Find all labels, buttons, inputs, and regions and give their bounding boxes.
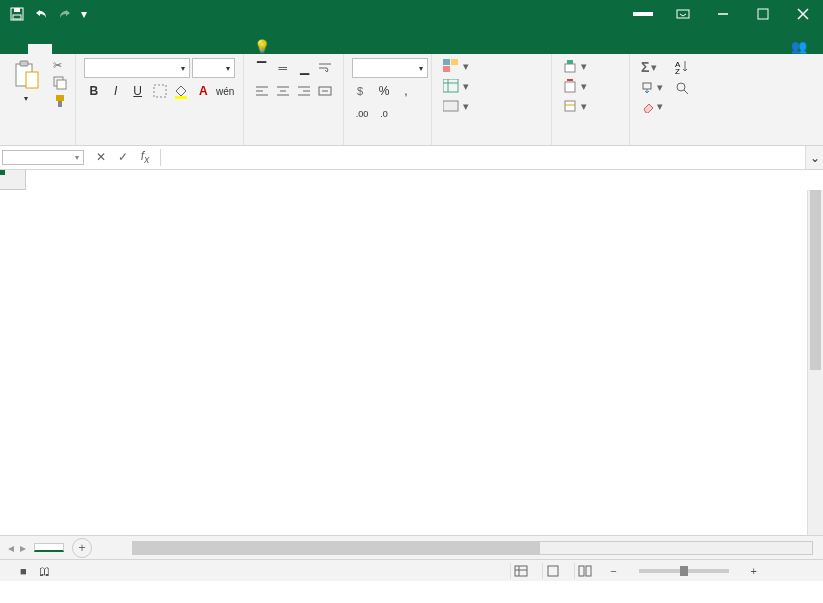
prev-sheet-button[interactable]: ◂ [8, 541, 14, 555]
autosum-button[interactable]: Σ ▾ [638, 58, 666, 76]
format-painter-button[interactable] [50, 93, 70, 109]
ribbon-tabs: 💡 👥 [0, 28, 823, 54]
undo-button[interactable] [30, 3, 52, 25]
percent-button[interactable]: % [374, 81, 394, 101]
svg-rect-14 [175, 96, 187, 99]
align-right-button[interactable] [295, 81, 314, 101]
tab-formulas[interactable] [100, 44, 124, 54]
tab-file[interactable] [4, 44, 28, 54]
sheet-tab[interactable] [34, 543, 64, 552]
svg-rect-12 [58, 101, 62, 107]
font-color-button[interactable]: A [193, 81, 213, 101]
delete-cells-button[interactable]: ▾ [560, 78, 621, 94]
sort-icon: AZ [675, 59, 691, 75]
ribbon-options-button[interactable] [663, 0, 703, 28]
fill-color-button[interactable] [171, 81, 191, 101]
svg-rect-2 [13, 15, 21, 19]
minimize-button[interactable] [703, 0, 743, 28]
font-name-combo[interactable]: ▾ [84, 58, 190, 78]
italic-button[interactable]: I [106, 81, 126, 101]
add-sheet-button[interactable]: + [72, 538, 92, 558]
page-break-view-button[interactable] [574, 563, 594, 579]
tab-view[interactable] [172, 44, 196, 54]
next-sheet-button[interactable]: ▸ [20, 541, 26, 555]
border-button[interactable] [150, 81, 170, 101]
share-button[interactable]: 👥 [779, 39, 823, 54]
svg-rect-28 [643, 83, 651, 89]
svg-text:Z: Z [675, 67, 680, 75]
insert-cells-button[interactable]: ▾ [560, 58, 621, 74]
group-editing [638, 141, 698, 143]
align-middle-button[interactable]: ═ [273, 58, 292, 78]
paste-button[interactable]: ▾ [8, 58, 44, 105]
find-button[interactable] [672, 80, 694, 98]
zoom-slider[interactable] [639, 569, 729, 573]
align-top-button[interactable]: ▔ [252, 58, 271, 78]
close-button[interactable] [783, 0, 823, 28]
svg-rect-32 [515, 566, 527, 576]
horizontal-scrollbar[interactable] [132, 541, 813, 555]
eraser-icon [641, 101, 655, 113]
accept-formula-button[interactable]: ✓ [112, 149, 134, 165]
qat-dropdown[interactable]: ▾ [78, 3, 90, 25]
fx-button[interactable]: fx [134, 149, 156, 165]
tab-help[interactable] [220, 44, 244, 54]
formula-input[interactable] [161, 156, 805, 160]
increase-decimal-button[interactable]: .00 [352, 104, 372, 124]
svg-point-31 [677, 83, 685, 91]
underline-button[interactable]: U [128, 81, 148, 101]
svg-rect-8 [26, 72, 38, 88]
cell-styles-button[interactable]: ▾ [440, 98, 543, 114]
zoom-in-button[interactable]: + [747, 565, 761, 577]
wrap-text-button[interactable] [316, 58, 335, 78]
align-center-button[interactable] [273, 81, 292, 101]
select-all-corner[interactable] [0, 170, 26, 190]
ribbon: ▾ ✂ ▾ ▾ B I U A wén [0, 54, 823, 146]
svg-rect-37 [586, 566, 591, 576]
tab-data[interactable] [124, 44, 148, 54]
normal-view-button[interactable] [510, 563, 530, 579]
merge-button[interactable] [316, 81, 335, 101]
sort-filter-button[interactable]: AZ [672, 58, 694, 76]
name-box[interactable]: ▾ [2, 150, 84, 165]
save-button[interactable] [6, 3, 28, 25]
group-align [252, 141, 335, 143]
tab-layout[interactable] [76, 44, 100, 54]
fill-down-icon [641, 82, 655, 94]
vertical-scrollbar[interactable] [807, 190, 823, 535]
cut-button[interactable]: ✂ [50, 58, 70, 73]
conditional-format-button[interactable]: ▾ [440, 58, 543, 74]
bucket-icon [173, 83, 189, 99]
redo-button[interactable] [54, 3, 76, 25]
fill-button[interactable]: ▾ [638, 80, 666, 95]
tab-home[interactable] [28, 44, 52, 54]
cancel-formula-button[interactable]: ✕ [90, 149, 112, 165]
zoom-out-button[interactable]: − [606, 565, 620, 577]
comma-button[interactable]: , [396, 81, 416, 101]
number-format-combo[interactable]: ▾ [352, 58, 428, 78]
font-size-combo[interactable]: ▾ [192, 58, 235, 78]
cond-format-icon [443, 59, 459, 73]
login-button[interactable] [633, 12, 653, 16]
align-bottom-button[interactable]: ▁ [295, 58, 314, 78]
delete-icon [563, 79, 577, 93]
expand-formula-bar[interactable]: ⌄ [805, 146, 823, 169]
svg-rect-17 [443, 59, 450, 65]
bold-button[interactable]: B [84, 81, 104, 101]
page-layout-view-button[interactable] [542, 563, 562, 579]
copy-button[interactable] [50, 75, 70, 91]
spreadsheet-grid[interactable] [0, 170, 823, 535]
tab-insert[interactable] [52, 44, 76, 54]
tab-review[interactable] [148, 44, 172, 54]
decrease-decimal-button[interactable]: .0 [374, 104, 394, 124]
phonetic-button[interactable]: wén [215, 81, 235, 101]
clear-button[interactable]: ▾ [638, 99, 666, 114]
format-cells-button[interactable]: ▾ [560, 98, 621, 114]
table-format-button[interactable]: ▾ [440, 78, 543, 94]
currency-button[interactable]: $ [352, 81, 372, 101]
format-icon [563, 99, 577, 113]
tell-me-search[interactable]: 💡 [244, 39, 284, 54]
maximize-button[interactable] [743, 0, 783, 28]
tab-dev[interactable] [196, 44, 220, 54]
align-left-button[interactable] [252, 81, 271, 101]
